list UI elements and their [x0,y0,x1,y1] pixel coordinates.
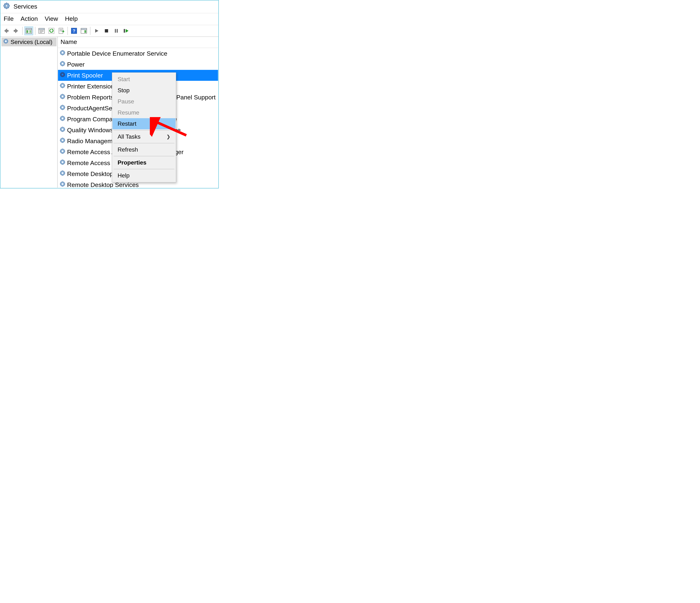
svg-point-63 [62,96,64,97]
service-row[interactable]: Portable Device Enumerator Service [58,48,218,59]
context-menu-restart[interactable]: Restart [112,118,176,129]
svg-point-84 [62,128,64,130]
svg-point-70 [62,107,64,108]
svg-rect-33 [124,29,125,33]
toolbar-export-list-button[interactable] [57,26,66,35]
svg-point-112 [62,172,64,174]
svg-line-9 [8,4,9,4]
svg-line-10 [4,7,5,8]
service-name-label: Print Spooler [67,72,103,79]
svg-point-2 [6,5,7,7]
gear-icon [59,181,66,188]
svg-point-36 [5,41,6,42]
svg-point-105 [62,162,64,163]
context-menu: Start Stop Pause Resume Restart All Task… [112,72,176,183]
svg-rect-32 [117,29,118,33]
toolbar-separator [35,27,35,35]
svg-rect-16 [39,28,45,30]
svg-point-46 [62,63,64,65]
toolbar-show-hide-action-pane-button[interactable] [79,26,88,35]
services-window: Services File Action View Help ? [0,0,219,188]
svg-rect-13 [26,30,28,33]
svg-point-39 [62,52,64,54]
gear-icon [59,72,66,79]
gear-icon [59,104,66,112]
toolbar-separator [68,27,68,35]
service-name-label: Portable Device Enumerator Service [67,50,167,57]
svg-rect-31 [115,29,116,33]
gear-icon [59,82,66,90]
navigation-tree[interactable]: Services (Local) [1,37,58,188]
context-menu-help[interactable]: Help [112,170,176,181]
svg-point-98 [62,150,64,152]
toolbar-help-button[interactable]: ? [70,26,78,35]
gear-icon [3,38,9,46]
service-name-label: Power [67,61,84,68]
toolbar-refresh-button[interactable] [47,26,56,35]
gear-icon [59,148,66,156]
svg-line-7 [4,4,5,4]
svg-point-56 [62,85,64,87]
services-app-icon [3,2,10,11]
title-bar: Services [0,0,218,13]
svg-rect-29 [84,30,86,33]
context-menu-separator [114,130,174,130]
toolbar: ? [0,25,218,37]
context-menu-separator [114,169,174,169]
context-menu-resume: Resume [112,107,176,118]
column-header-name[interactable]: Name [58,37,218,48]
toolbar-separator [22,27,23,35]
svg-rect-12 [26,28,32,30]
menu-view[interactable]: View [45,15,58,22]
context-menu-refresh[interactable]: Refresh [112,144,176,155]
toolbar-restart-service-button[interactable] [122,26,130,35]
toolbar-properties-button[interactable] [37,26,46,35]
gear-icon [59,170,66,178]
content-area: Services (Local) Name Portable Device En… [1,37,218,188]
tree-node-services-local[interactable]: Services (Local) [1,38,56,46]
window-title: Services [14,3,37,10]
menu-file[interactable]: File [4,15,14,22]
context-menu-separator [114,156,174,156]
context-menu-all-tasks[interactable]: All Tasks ❯ [112,131,176,142]
menu-help[interactable]: Help [65,15,78,22]
svg-point-77 [62,118,64,119]
toolbar-show-hide-tree-button[interactable] [24,26,33,35]
svg-text:?: ? [73,28,75,33]
gear-icon [59,137,66,145]
toolbar-back-button[interactable] [2,26,10,35]
menu-bar: File Action View Help [0,13,218,25]
svg-point-119 [62,183,64,185]
toolbar-start-service-button[interactable] [92,26,101,35]
svg-rect-28 [81,28,87,30]
service-row[interactable]: Power [58,59,218,70]
gear-icon [59,50,66,57]
svg-line-8 [8,7,9,8]
toolbar-separator [90,27,91,35]
context-menu-pause: Pause [112,96,176,107]
context-menu-start: Start [112,74,176,85]
toolbar-forward-button[interactable] [12,26,20,35]
toolbar-pause-service-button[interactable] [112,26,121,35]
svg-point-91 [62,140,64,141]
context-menu-separator [114,143,174,143]
chevron-right-icon: ❯ [167,134,171,140]
gear-icon [59,126,66,134]
svg-point-53 [62,74,64,75]
gear-icon [59,93,66,101]
gear-icon [59,159,66,167]
context-menu-properties[interactable]: Properties [112,157,176,168]
svg-rect-30 [105,29,108,32]
tree-node-label: Services (Local) [10,39,52,45]
gear-icon [59,115,66,123]
menu-action[interactable]: Action [21,15,38,22]
gear-icon [59,61,66,68]
svg-rect-14 [29,30,31,33]
context-menu-stop[interactable]: Stop [112,85,176,96]
toolbar-stop-service-button[interactable] [102,26,111,35]
